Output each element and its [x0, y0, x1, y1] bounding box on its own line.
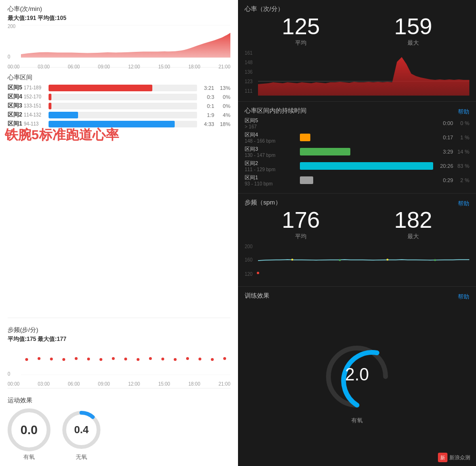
exercise-section: 运动效果 0.0 有氧 0.4 无氧 [8, 396, 230, 461]
svg-text:123: 123 [245, 79, 253, 84]
hr-title: 心率(次/min) [8, 5, 230, 13]
cadence-stat: 平均值:175 最大值:177 [8, 335, 230, 343]
right-hr-max-value: 159 [394, 15, 432, 38]
zone-section: 心率区间 区间5 171-189 3:21 13% 区间4 152-170 0:… [8, 73, 230, 312]
right-zone-row-1: 区间1 93 - 110 bpm 0:29 2 % [245, 174, 469, 186]
svg-text:161: 161 [245, 50, 253, 56]
training-help[interactable]: 帮助 [458, 293, 469, 301]
right-hr-chart: 161 148 136 123 111 [245, 50, 469, 97]
svg-point-12 [99, 358, 102, 361]
zone-row-2: 区间2 114-132 1:9 4% [8, 111, 230, 119]
svg-point-16 [149, 357, 152, 360]
svg-text:136: 136 [245, 69, 253, 75]
anaerobic-circle: 0.4 无氧 [60, 408, 103, 461]
svg-point-36 [257, 272, 259, 274]
zone-row-5: 区间5 171-189 3:21 13% [8, 84, 230, 92]
zone-row-1: 区间1 94-113 4:33 18% [8, 120, 230, 128]
cadence-avg-item: 176 平均 [282, 209, 320, 241]
right-cadence-chart: 200 160 120 [245, 243, 469, 282]
svg-point-8 [50, 358, 53, 360]
cadence-time-axis: 00:00 03:00 06:00 09:00 12:00 15:00 18:0… [8, 381, 230, 387]
svg-point-18 [174, 358, 177, 361]
training-title: 训练效果 [245, 291, 269, 300]
svg-text:200: 200 [245, 244, 253, 249]
right-cadence-section: 步频（spm） 帮助 176 平均 182 最大 200 160 120 [238, 194, 476, 287]
time-label: 12:00 [128, 64, 140, 69]
left-panel: 心率(次/min) 最大值:191 平均值:105 200 0 [0, 0, 238, 466]
circles-row: 0.0 有氧 0.4 无氧 [8, 408, 230, 461]
right-hr-avg: 125 平均 [282, 15, 320, 47]
right-hr-stats: 125 平均 159 最大 [245, 15, 469, 47]
right-cadence-stats: 176 平均 182 最大 [245, 209, 469, 241]
anaerobic-label: 无氧 [76, 453, 87, 461]
cadence-avg-label: 平均 [295, 233, 307, 241]
sina-logo: 新 新浪众测 [438, 453, 470, 462]
right-hr-section: 心率（次/分） 125 平均 159 最大 161 148 136 [238, 0, 476, 102]
time-label: 03:00 [38, 64, 50, 69]
time-label: 15:00 [158, 64, 170, 69]
svg-point-15 [137, 358, 139, 361]
time-label: 06:00 [68, 64, 80, 69]
svg-text:2.0: 2.0 [345, 365, 369, 384]
training-section: 训练效果 帮助 2.0 有氧 [238, 287, 476, 466]
right-zone-row-4: 区间4 148 - 166 bpm 0:17 1 % [245, 131, 469, 144]
svg-text:200: 200 [8, 24, 16, 29]
hr-stat: 最大值:191 平均值:105 [8, 14, 230, 22]
cadence-max-item: 182 最大 [394, 209, 432, 241]
svg-point-19 [186, 357, 189, 360]
time-label: 00:00 [8, 64, 20, 69]
hr-chart: 200 0 00:00 03:00 [8, 23, 230, 61]
svg-text:148: 148 [245, 60, 253, 65]
right-cadence-help[interactable]: 帮助 [458, 200, 469, 208]
svg-text:0.4: 0.4 [74, 424, 89, 436]
svg-point-11 [87, 358, 90, 360]
right-hr-title: 心率（次/分） [245, 5, 284, 13]
right-zone-row-2: 区间2 111 - 129 bpm 20:26 83 % [245, 160, 469, 172]
cadence-max-label: 最大 [407, 233, 419, 241]
aerobic-label: 有氧 [23, 453, 35, 461]
svg-point-9 [62, 358, 65, 361]
svg-text:111: 111 [245, 88, 253, 94]
svg-text:0: 0 [8, 371, 10, 377]
svg-point-22 [223, 357, 226, 360]
right-hr-avg-value: 125 [282, 15, 320, 38]
right-zone-row-3: 区间3 130 - 147 bpm 3:29 14 % [245, 146, 469, 158]
right-cadence-title: 步频（spm） [245, 198, 281, 207]
training-gauge-wrap: 2.0 有氧 [245, 302, 469, 461]
svg-point-7 [38, 357, 40, 360]
svg-point-17 [161, 358, 164, 360]
right-zone-title: 心率区间内的持续时间 [245, 107, 307, 115]
right-hr-avg-label: 平均 [295, 39, 307, 47]
exercise-title: 运动效果 [8, 396, 230, 405]
svg-point-10 [75, 357, 78, 360]
hr-section: 心率(次/min) 最大值:191 平均值:105 200 0 [8, 5, 230, 61]
right-zone-help[interactable]: 帮助 [458, 108, 469, 116]
svg-text:0: 0 [8, 54, 10, 59]
cadence-chart: 0 [8, 344, 230, 382]
svg-text:160: 160 [245, 257, 253, 262]
svg-point-13 [112, 357, 115, 360]
svg-point-20 [198, 358, 201, 360]
svg-point-39 [387, 259, 388, 261]
svg-point-37 [291, 259, 293, 261]
aerobic-value: 0.0 [20, 423, 38, 437]
time-label: 21:00 [218, 64, 230, 69]
cadence-title: 步频(步/分) [8, 326, 230, 334]
svg-point-14 [124, 358, 127, 360]
cadence-avg-value: 176 [282, 209, 320, 232]
time-label: 09:00 [98, 64, 110, 69]
time-label: 18:00 [188, 64, 200, 69]
right-hr-max: 159 最大 [394, 15, 432, 47]
svg-point-40 [434, 259, 436, 261]
zone-row-4: 区间4 152-170 0:3 0% [8, 93, 230, 101]
svg-point-6 [25, 358, 28, 361]
right-zone-row-5: 区间5 > 167 0:00 0 % [245, 117, 469, 129]
svg-point-21 [211, 358, 214, 361]
right-hr-max-label: 最大 [407, 39, 419, 47]
right-panel: 心率（次/分） 125 平均 159 最大 161 148 136 [238, 0, 476, 466]
svg-text:新: 新 [440, 455, 445, 460]
cadence-section: 步频(步/分) 平均值:175 最大值:177 0 [8, 326, 230, 382]
training-label: 有氧 [351, 417, 363, 425]
svg-point-38 [339, 259, 341, 261]
aerobic-circle: 0.0 有氧 [8, 408, 50, 461]
